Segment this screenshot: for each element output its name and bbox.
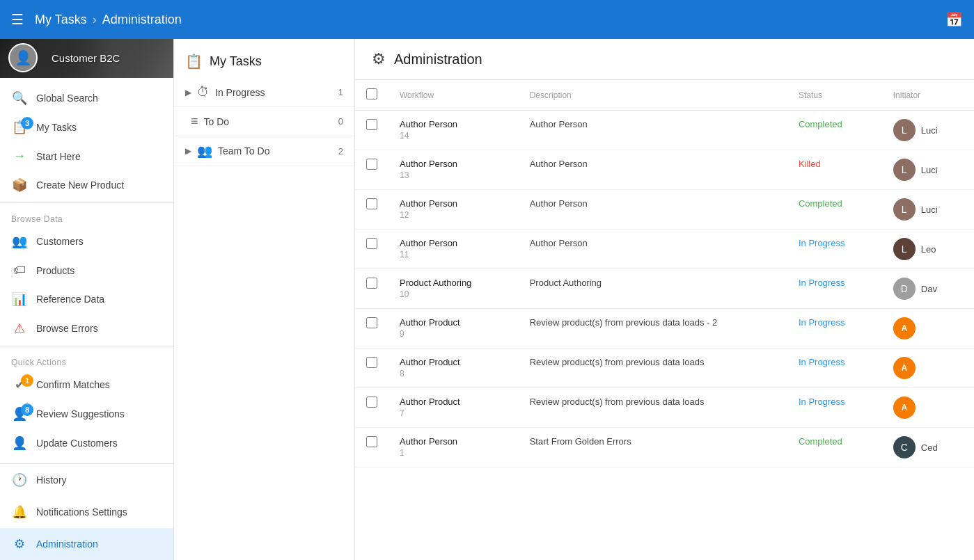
status-badge: In Progress	[799, 357, 845, 367]
sidebar-item-my-tasks[interactable]: 3 📋 My Tasks	[0, 113, 173, 142]
notifications-icon: 🔔	[11, 504, 28, 520]
to-do-count: 0	[338, 116, 343, 127]
row-checkbox[interactable]	[366, 119, 377, 130]
group-label: To Do	[204, 116, 333, 127]
workflow-name: Author Person	[400, 436, 508, 447]
row-checkbox[interactable]	[366, 357, 377, 368]
table-row[interactable]: Author Person12Author PersonCompletedLLu…	[355, 190, 974, 230]
sidebar-item-administration[interactable]: ⚙ Administration	[0, 528, 173, 560]
initiator-cell: DDav	[882, 269, 974, 309]
sidebar-item-label: Confirm Matches	[36, 379, 110, 390]
row-checkbox[interactable]	[366, 436, 377, 447]
table-row[interactable]: Author Product7Review product(s) from pr…	[355, 388, 974, 428]
workflow-id: 1	[400, 448, 508, 458]
status-badge: In Progress	[799, 317, 845, 328]
task-group-team-to-do: ▶ 👥 Team To Do 2	[174, 136, 354, 166]
breadcrumb-root[interactable]: My Tasks	[35, 13, 87, 27]
sidebar-item-confirm-matches[interactable]: 1 ✔ Confirm Matches	[0, 370, 173, 399]
task-group-header-team-to-do[interactable]: ▶ 👥 Team To Do 2	[174, 136, 354, 166]
workflow-cell: Author Person13	[388, 150, 519, 190]
col-description: Description	[519, 80, 787, 111]
status-badge: In Progress	[799, 278, 845, 288]
tasks-title: My Tasks	[210, 54, 262, 69]
workflow-name: Author Person	[400, 238, 508, 248]
sidebar-item-label: Review Suggestions	[36, 408, 125, 419]
initiator: CCed	[893, 436, 963, 458]
quick-actions-label: Quick Actions	[0, 349, 173, 370]
avatar: 👤	[8, 43, 38, 72]
status-cell: In Progress	[787, 349, 882, 388]
initiator-name: Luci	[921, 165, 938, 175]
product-icon: 📦	[11, 177, 28, 193]
sidebar-item-notifications-settings[interactable]: 🔔 Notifications Settings	[0, 496, 173, 528]
divider	[0, 202, 173, 203]
workflow-cell: Author Person14	[388, 111, 519, 150]
description-cell: Review product(s) from previous data loa…	[519, 349, 787, 388]
sidebar-item-label: Update Customers	[36, 438, 118, 449]
table-header-row: Workflow Description Status Initiator	[355, 80, 974, 111]
row-checkbox[interactable]	[366, 159, 377, 170]
customers-icon: 👥	[11, 234, 28, 249]
hamburger-icon[interactable]: ☰	[11, 11, 24, 28]
select-all-checkbox[interactable]	[366, 88, 377, 99]
initiator-cell: A	[882, 309, 974, 349]
sidebar-item-label: Start Here	[36, 151, 81, 162]
initiator: A	[893, 317, 963, 339]
row-checkbox[interactable]	[366, 278, 377, 289]
sidebar-avatar: 👤 Customer B2C	[0, 39, 173, 78]
status-badge: Completed	[799, 436, 842, 447]
breadcrumb-separator: ›	[93, 13, 97, 27]
initiator-name: Luci	[921, 125, 938, 136]
workflow-cell: Author Product9	[388, 309, 519, 349]
sidebar-item-review-suggestions[interactable]: 8 👤 Review Suggestions	[0, 399, 173, 429]
in-progress-count: 1	[338, 87, 343, 97]
errors-icon: ⚠	[11, 321, 28, 336]
table-row[interactable]: Author Product8Review product(s) from pr…	[355, 349, 974, 388]
initiator-cell: CCed	[882, 428, 974, 467]
task-group-to-do: ≡ To Do 0	[174, 107, 354, 136]
sidebar-item-label: History	[36, 474, 67, 486]
task-group-header-in-progress[interactable]: ▶ ⏱ In Progress 1	[174, 78, 354, 106]
sidebar-item-start-here[interactable]: → Start Here	[0, 142, 173, 170]
sidebar: 👤 Customer B2C 🔍 Global Search 3 📋 My Ta…	[0, 39, 174, 560]
chevron-right-icon: ▶	[185, 146, 191, 156]
table-row[interactable]: Author Person11Author PersonIn ProgressL…	[355, 230, 974, 269]
description-cell: Start From Golden Errors	[519, 428, 787, 467]
avatar: A	[893, 317, 916, 339]
initiator-cell: LLuci	[882, 150, 974, 190]
initiator-cell: LLuci	[882, 190, 974, 230]
sidebar-item-create-new-product[interactable]: 📦 Create New Product	[0, 170, 173, 200]
avatar: L	[893, 238, 916, 260]
row-checkbox[interactable]	[366, 317, 377, 328]
sidebar-item-products[interactable]: 🏷 Products	[0, 256, 173, 285]
row-checkbox[interactable]	[366, 238, 377, 249]
sidebar-item-reference-data[interactable]: 📊 Reference Data	[0, 285, 173, 314]
status-cell: In Progress	[787, 388, 882, 428]
avatar: L	[893, 119, 916, 141]
sidebar-item-history[interactable]: 🕐 History	[0, 464, 173, 496]
workflow-cell: Product Authoring10	[388, 269, 519, 309]
sidebar-item-browse-errors[interactable]: ⚠ Browse Errors	[0, 314, 173, 343]
initiator-name: Leo	[921, 244, 936, 255]
status-cell: Completed	[787, 190, 882, 230]
table-row[interactable]: Product Authoring10Product AuthoringIn P…	[355, 269, 974, 309]
task-group-header-to-do[interactable]: ≡ To Do 0	[174, 107, 354, 136]
workflow-name: Product Authoring	[400, 278, 508, 288]
sidebar-item-global-search[interactable]: 🔍 Global Search	[0, 83, 173, 113]
workflow-name: Author Person	[400, 198, 508, 209]
table-row[interactable]: Author Person1Start From Golden ErrorsCo…	[355, 428, 974, 467]
workflow-name: Author Product	[400, 357, 508, 367]
sidebar-item-update-customers[interactable]: 👤 Update Customers	[0, 429, 173, 458]
calendar-icon[interactable]: 📅	[945, 11, 963, 28]
initiator: LLeo	[893, 238, 963, 260]
sidebar-item-customers[interactable]: 👥 Customers	[0, 227, 173, 256]
table-row[interactable]: Author Person14Author PersonCompletedLLu…	[355, 111, 974, 150]
table-row[interactable]: Author Product9Review product(s) from pr…	[355, 309, 974, 349]
row-checkbox[interactable]	[366, 397, 377, 408]
description-cell: Review product(s) from previous data loa…	[519, 309, 787, 349]
table-row[interactable]: Author Person13Author PersonKilledLLuci	[355, 150, 974, 190]
sidebar-item-label: Browse Errors	[36, 323, 98, 334]
row-checkbox[interactable]	[366, 198, 377, 209]
search-icon: 🔍	[11, 90, 28, 106]
team-to-do-count: 2	[338, 146, 343, 157]
